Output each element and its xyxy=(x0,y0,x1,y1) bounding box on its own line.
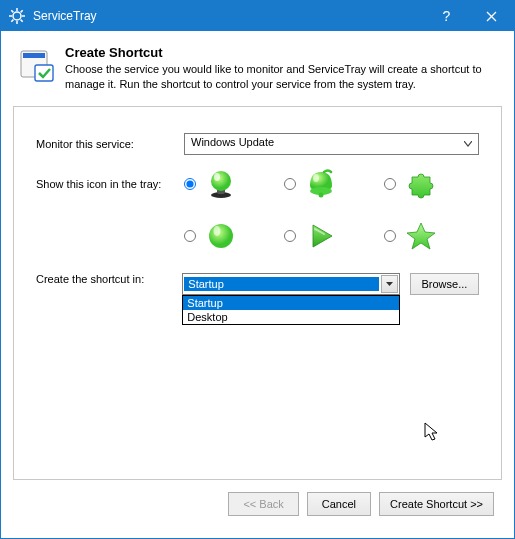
close-button[interactable] xyxy=(469,1,514,31)
help-button[interactable]: ? xyxy=(424,1,469,31)
svg-point-17 xyxy=(214,173,220,181)
puzzle-icon xyxy=(406,169,436,199)
icon-option-play[interactable] xyxy=(284,221,336,251)
svg-line-5 xyxy=(11,10,13,12)
svg-rect-12 xyxy=(23,53,45,58)
location-option[interactable]: Desktop xyxy=(183,310,398,324)
location-label: Create the shortcut in: xyxy=(36,273,182,285)
wizard-footer: << Back Cancel Create Shortcut >> xyxy=(9,488,506,530)
icon-option-star[interactable] xyxy=(384,221,436,251)
svg-line-8 xyxy=(21,10,23,12)
page-title: Create Shortcut xyxy=(65,45,496,60)
svg-line-6 xyxy=(21,20,23,22)
svg-point-16 xyxy=(211,171,231,191)
cancel-button[interactable]: Cancel xyxy=(307,492,371,516)
app-gear-icon xyxy=(9,8,25,24)
location-option[interactable]: Startup xyxy=(183,296,398,310)
window-title: ServiceTray xyxy=(33,9,424,23)
icon-option-puzzle[interactable] xyxy=(384,169,436,199)
content-area: Create Shortcut Choose the service you w… xyxy=(1,31,514,538)
mouse-cursor-icon xyxy=(424,422,440,442)
page-description: Choose the service you would like to mon… xyxy=(65,62,496,92)
svg-point-0 xyxy=(13,12,21,20)
svg-point-21 xyxy=(209,224,233,248)
titlebar: ServiceTray ? xyxy=(1,1,514,31)
svg-point-19 xyxy=(319,192,324,197)
svg-line-7 xyxy=(11,20,13,22)
create-shortcut-button[interactable]: Create Shortcut >> xyxy=(379,492,494,516)
icon-radio-puzzle[interactable] xyxy=(384,178,396,190)
shortcut-wizard-icon xyxy=(19,47,55,83)
circle-icon xyxy=(206,221,236,251)
icon-radio-star[interactable] xyxy=(384,230,396,242)
icon-option-bell[interactable] xyxy=(284,169,336,199)
icon-radio-bell[interactable] xyxy=(284,178,296,190)
app-window: ServiceTray ? Create Shortcut Choose the… xyxy=(0,0,515,539)
bell-icon xyxy=(306,169,336,199)
service-select[interactable]: Windows Update xyxy=(184,133,479,155)
chevron-down-icon[interactable] xyxy=(381,275,398,293)
icon-option-lamp[interactable] xyxy=(184,169,236,199)
svg-point-20 xyxy=(313,174,319,182)
svg-rect-13 xyxy=(35,65,53,81)
tray-icon-label: Show this icon in the tray: xyxy=(36,178,184,190)
svg-point-22 xyxy=(214,226,221,236)
icon-option-circle[interactable] xyxy=(184,221,236,251)
icon-radio-play[interactable] xyxy=(284,230,296,242)
location-dropdown-list: Startup Desktop xyxy=(182,295,399,325)
location-combobox[interactable]: Startup Startup Desktop xyxy=(182,273,399,295)
back-button: << Back xyxy=(228,492,298,516)
location-selected-value: Startup xyxy=(184,277,378,291)
lamp-icon xyxy=(206,169,236,199)
service-label: Monitor this service: xyxy=(36,138,184,150)
star-icon xyxy=(406,221,436,251)
page-header: Create Shortcut Choose the service you w… xyxy=(9,39,506,102)
icon-radio-lamp[interactable] xyxy=(184,178,196,190)
form-panel: Monitor this service: Windows Update Sho… xyxy=(13,106,502,480)
browse-button[interactable]: Browse... xyxy=(410,273,479,295)
icon-radio-circle[interactable] xyxy=(184,230,196,242)
play-icon xyxy=(306,221,336,251)
